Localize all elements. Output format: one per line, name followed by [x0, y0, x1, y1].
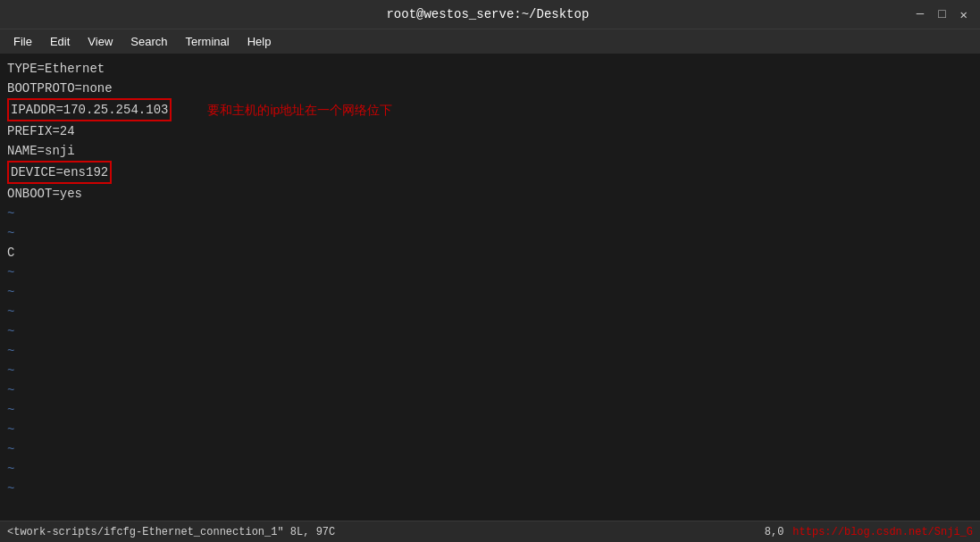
line-7-text: ONBOOT=yes — [7, 184, 82, 204]
ipaddr-highlighted: IPADDR=170.25.254.103 — [7, 98, 172, 121]
line-2-text: BOOTPROTO=none — [7, 79, 113, 98]
menu-terminal[interactable]: Terminal — [177, 33, 239, 50]
tilde-10: ~ — [0, 439, 980, 459]
tilde-9: ~ — [0, 420, 980, 439]
status-bar: <twork-scripts/ifcfg-Ethernet_connection… — [0, 521, 980, 542]
tilde-12: ~ — [0, 479, 980, 498]
line-5-text: NAME=snji — [7, 141, 75, 161]
menu-edit[interactable]: Edit — [41, 33, 79, 50]
line-1-text: TYPE=Ethernet — [7, 59, 105, 79]
line-6: DEVICE=ens192 — [0, 161, 980, 184]
close-button[interactable]: ✕ — [957, 7, 971, 22]
line-5: NAME=snji — [0, 141, 980, 161]
editor-content: TYPE=Ethernet BOOTPROTO=none IPADDR=170.… — [0, 54, 980, 521]
status-filename: <twork-scripts/ifcfg-Ethernet_connection… — [7, 526, 335, 538]
tilde-4: ~ — [0, 321, 980, 341]
tilde-5: ~ — [0, 341, 980, 361]
device-highlighted: DEVICE=ens192 — [7, 161, 112, 184]
status-position: 8,0 — [765, 526, 784, 538]
minimize-button[interactable]: ─ — [913, 7, 927, 22]
line-3: IPADDR=170.25.254.103 要和主机的ip地址在一个网络位下 — [0, 98, 980, 121]
window-controls: ─ □ ✕ — [913, 7, 971, 22]
line-4: PREFIX=24 — [0, 121, 980, 141]
csdn-link: https://blog.csdn.net/Snji_G — [792, 526, 973, 538]
line-2: BOOTPROTO=none — [0, 79, 980, 98]
status-right: 8,0 https://blog.csdn.net/Snji_G — [765, 526, 973, 538]
tilde-2: ~ — [0, 282, 980, 302]
line-7: ONBOOT=yes — [0, 184, 980, 204]
title-bar: root@westos_serve:~/Desktop ─ □ ✕ — [0, 0, 980, 29]
menu-bar: File Edit View Search Terminal Help — [0, 29, 980, 54]
tilde-3: ~ — [0, 302, 980, 321]
tilde-11: ~ — [0, 459, 980, 479]
menu-view[interactable]: View — [79, 33, 121, 50]
line-4-text: PREFIX=24 — [7, 121, 75, 141]
tilde-6: ~ — [0, 361, 980, 380]
maximize-button[interactable]: □ — [934, 7, 949, 22]
editor-area: TYPE=Ethernet BOOTPROTO=none IPADDR=170.… — [0, 54, 980, 521]
tilde-1: ~ — [0, 263, 980, 282]
line-1: TYPE=Ethernet — [0, 59, 980, 79]
menu-file[interactable]: File — [4, 33, 41, 50]
tilde-gap: ~ — [0, 204, 980, 223]
cursor-marker: C — [0, 243, 980, 263]
tilde-7: ~ — [0, 380, 980, 400]
menu-search[interactable]: Search — [121, 33, 176, 50]
cursor-line: ~ — [0, 223, 980, 243]
ipaddr-annotation: 要和主机的ip地址在一个网络位下 — [207, 100, 392, 120]
window-title: root@westos_serve:~/Desktop — [63, 7, 913, 21]
terminal-window: root@westos_serve:~/Desktop ─ □ ✕ File E… — [0, 0, 980, 542]
menu-help[interactable]: Help — [239, 33, 281, 50]
tilde-8: ~ — [0, 400, 980, 420]
